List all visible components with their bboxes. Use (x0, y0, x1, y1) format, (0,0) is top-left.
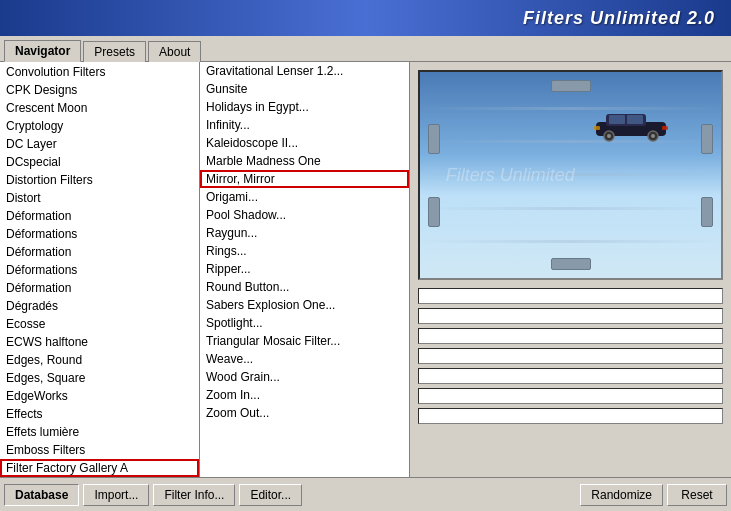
middle-list-item-gunsite[interactable]: Gunsite (200, 80, 409, 98)
svg-rect-8 (594, 126, 600, 130)
left-list-item-effets[interactable]: Effets lumière (0, 423, 199, 441)
title-bar: Filters Unlimited 2.0 (0, 0, 731, 36)
slider-5[interactable] (418, 368, 723, 384)
main-content: ColorRaveColourWorksConvolution FiltersC… (0, 62, 731, 477)
left-list-item-distort[interactable]: Distort (0, 189, 199, 207)
mirror-handle-right-bottom[interactable] (701, 197, 713, 227)
preview-line (420, 107, 721, 110)
app-title: Filters Unlimited 2.0 (523, 8, 715, 29)
middle-list-item-wood_grain[interactable]: Wood Grain... (200, 368, 409, 386)
left-list-item-emboss[interactable]: Emboss Filters (0, 441, 199, 459)
left-list-item-degrades[interactable]: Dégradés (0, 297, 199, 315)
reset-button[interactable]: Reset (667, 484, 727, 506)
tab-bar: Navigator Presets About (0, 36, 731, 62)
slider-row-1 (418, 288, 723, 304)
slider-4[interactable] (418, 348, 723, 364)
middle-list-item-spotlight[interactable]: Spotlight... (200, 314, 409, 332)
middle-list-item-zoom_out[interactable]: Zoom Out... (200, 404, 409, 422)
tab-navigator[interactable]: Navigator (4, 40, 81, 62)
svg-rect-2 (609, 115, 625, 124)
import-button[interactable]: Import... (83, 484, 149, 506)
database-button[interactable]: Database (4, 484, 79, 506)
slider-2[interactable] (418, 308, 723, 324)
middle-panel[interactable]: Gravitational Lenser 1.2...GunsiteHolida… (200, 62, 410, 477)
middle-list-item-marble[interactable]: Marble Madness One (200, 152, 409, 170)
middle-list-item-zoom_in[interactable]: Zoom In... (200, 386, 409, 404)
preview-line (420, 140, 721, 143)
middle-list-item-pool[interactable]: Pool Shadow... (200, 206, 409, 224)
middle-list-item-grav[interactable]: Gravitational Lenser 1.2... (200, 62, 409, 80)
preview-line (420, 207, 721, 210)
slider-row-3 (418, 328, 723, 344)
slider-row-5 (418, 368, 723, 384)
tab-about[interactable]: About (148, 41, 201, 62)
tab-presets[interactable]: Presets (83, 41, 146, 62)
slider-row-2 (418, 308, 723, 324)
left-list-item-effects[interactable]: Effects (0, 405, 199, 423)
middle-list-item-mirror[interactable]: Mirror, Mirror (200, 170, 409, 188)
left-list-item-edges_square[interactable]: Edges, Square (0, 369, 199, 387)
left-list-item-edgeworks[interactable]: EdgeWorks (0, 387, 199, 405)
left-list-item-distortion[interactable]: Distortion Filters (0, 171, 199, 189)
middle-list-item-round_button[interactable]: Round Button... (200, 278, 409, 296)
filter-info-button[interactable]: Filter Info... (153, 484, 235, 506)
slider-1[interactable] (418, 288, 723, 304)
slider-row-7 (418, 408, 723, 424)
left-list-item-crescent[interactable]: Crescent Moon (0, 99, 199, 117)
left-list-item-cpk[interactable]: CPK Designs (0, 81, 199, 99)
editor-button[interactable]: Editor... (239, 484, 302, 506)
middle-list-item-rings[interactable]: Rings... (200, 242, 409, 260)
middle-list-item-sabers[interactable]: Sabers Explosion One... (200, 296, 409, 314)
left-list-item-ecws[interactable]: ECWS halftone (0, 333, 199, 351)
svg-point-7 (651, 134, 655, 138)
left-list-item-deformation2[interactable]: Déformation (0, 243, 199, 261)
mirror-handle-right-top[interactable] (701, 124, 713, 154)
preview-lines (420, 72, 721, 278)
left-panel[interactable]: ColorRaveColourWorksConvolution FiltersC… (0, 62, 200, 477)
middle-list-item-triangular[interactable]: Triangular Mosaic Filter... (200, 332, 409, 350)
middle-list-item-weave[interactable]: Weave... (200, 350, 409, 368)
left-list-item-deformation1[interactable]: Déformation (0, 207, 199, 225)
left-list-item-ecosse[interactable]: Ecosse (0, 315, 199, 333)
middle-list-item-origami[interactable]: Origami... (200, 188, 409, 206)
slider-7[interactable] (418, 408, 723, 424)
left-list-item-filter_factory_a[interactable]: Filter Factory Gallery A (0, 459, 199, 477)
settings-area (418, 288, 723, 469)
preview-line (420, 173, 721, 176)
left-list-item-deformations2[interactable]: Déformations (0, 261, 199, 279)
mirror-handle-bottom[interactable] (551, 258, 591, 270)
svg-rect-9 (662, 126, 668, 130)
slider-row-6 (418, 388, 723, 404)
bottom-toolbar: Database Import... Filter Info... Editor… (0, 477, 731, 511)
left-list-item-edges_round[interactable]: Edges, Round (0, 351, 199, 369)
left-list-item-deformation3[interactable]: Déformation (0, 279, 199, 297)
slider-6[interactable] (418, 388, 723, 404)
svg-point-6 (607, 134, 611, 138)
preview-car-image (591, 102, 671, 142)
slider-3[interactable] (418, 328, 723, 344)
svg-rect-3 (627, 115, 643, 124)
middle-list-item-holidays[interactable]: Holidays in Egypt... (200, 98, 409, 116)
left-list-item-dclayer[interactable]: DC Layer (0, 135, 199, 153)
middle-list-item-raygun[interactable]: Raygun... (200, 224, 409, 242)
randomize-button[interactable]: Randomize (580, 484, 663, 506)
left-list-item-dcspecial[interactable]: DCspecial (0, 153, 199, 171)
middle-list-item-infinity[interactable]: Infinity... (200, 116, 409, 134)
middle-list-item-kaleidoscope[interactable]: Kaleidoscope II... (200, 134, 409, 152)
preview-line (420, 240, 721, 243)
mirror-handle-left-bottom[interactable] (428, 197, 440, 227)
middle-list-item-ripper[interactable]: Ripper... (200, 260, 409, 278)
left-list-item-convolution[interactable]: Convolution Filters (0, 63, 199, 81)
left-list-item-cryptology[interactable]: Cryptology (0, 117, 199, 135)
mirror-handle-left-top[interactable] (428, 124, 440, 154)
mirror-handle-top[interactable] (551, 80, 591, 92)
left-list-item-deformations1[interactable]: Déformations (0, 225, 199, 243)
preview-area: Filters Unlimited (418, 70, 723, 280)
slider-row-4 (418, 348, 723, 364)
right-panel: Filters Unlimited (410, 62, 731, 477)
